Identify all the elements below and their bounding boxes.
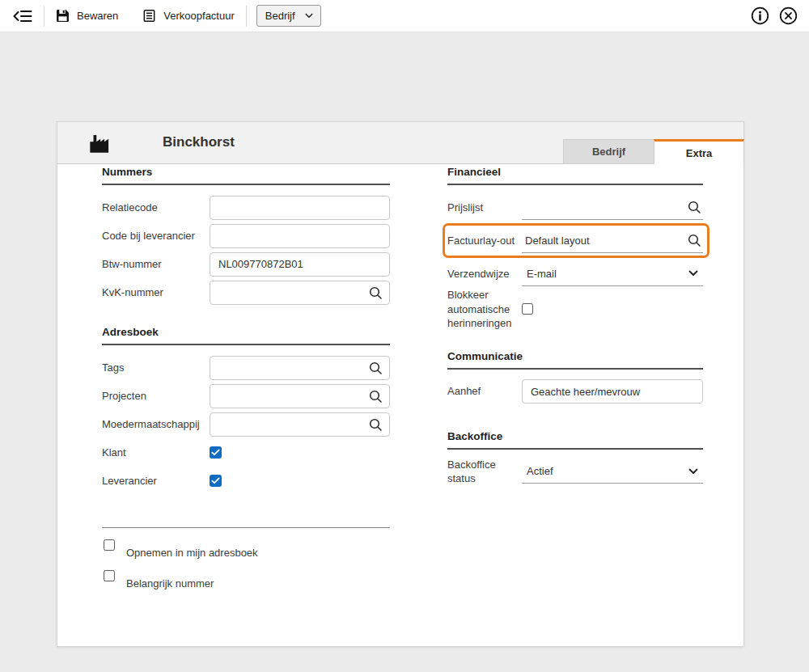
sales-invoice-button[interactable]: Verkoopfactuur [138,6,239,26]
panel-header: Binckhorst Bedrijf Extra [57,122,743,164]
save-button[interactable]: Bewaren [51,6,123,26]
blokkeer-herinneringen-checkbox[interactable] [522,303,533,315]
toolbar: Bewaren Verkoopfactuur Bedrijf [0,0,809,32]
backoffice-status-value: Actief [527,465,688,477]
relatiecode-label: Relatiecode [102,201,210,215]
code-leverancier-input[interactable] [210,224,390,248]
search-icon[interactable] [687,200,701,214]
field-row-relatiecode: Relatiecode [102,193,390,222]
field-row-prijslijst: Prijslijst [447,193,703,222]
verzendwijze-value: E-mail [527,268,688,280]
field-row-aanhef: Aanhef [447,378,703,406]
info-button[interactable] [749,5,771,27]
factuurlayout-field[interactable] [522,229,703,253]
backoffice-status-label: Backoffice status [447,458,522,486]
field-row-tags: Tags [102,353,390,382]
projecten-label: Projecten [102,389,210,404]
opnemen-adresboek-checkbox[interactable] [104,539,115,551]
code-leverancier-label: Code bij leverancier [102,229,210,243]
save-label: Bewaren [77,10,118,22]
aanhef-input[interactable] [522,379,703,404]
search-icon[interactable] [368,285,383,300]
tab-bedrijf[interactable]: Bedrijf [563,139,654,164]
tags-input[interactable] [218,361,368,374]
invoice-icon [142,9,156,23]
factuurlayout-input[interactable] [525,235,687,247]
factuurlayout-highlight: Factuurlay-out [443,223,709,258]
blokkeer-herinneringen-label: Blokkeer automatische herinneringen [447,288,522,331]
field-row-leverancier: Leverancier [102,467,390,495]
moedermaatschappij-input[interactable] [218,418,368,430]
field-row-factuurlayout: Factuurlay-out [447,226,703,255]
toolbar-divider [44,6,44,27]
leverancier-checkbox[interactable] [210,475,222,487]
klant-label: Klant [102,446,210,460]
verzendwijze-select[interactable]: E-mail [522,262,703,286]
search-icon[interactable] [368,361,383,375]
tab-extra[interactable]: Extra [654,139,744,164]
belangrijk-row: Belangrijk nummer [102,568,390,590]
left-column: Nummers Relatiecode Code bij leverancier… [102,166,390,590]
collapse-menu-button[interactable] [8,6,37,27]
opnemen-adresboek-label: Opnemen in mijn adresboek [126,538,258,559]
field-row-backoffice-status: Backoffice status Actief [447,458,703,486]
field-row-btw-nummer: Btw-nummer [102,250,390,278]
field-row-kvk-nummer: KvK-nummer [102,278,390,306]
prijslijst-label: Prijslijst [447,201,522,215]
section-title-backoffice: Backoffice [447,430,703,450]
sales-invoice-label: Verkoopfactuur [163,10,234,22]
search-icon[interactable] [687,233,701,247]
company-select-value: Bedrijf [265,10,295,22]
field-row-klant: Klant [102,438,390,467]
kvk-nummer-field[interactable] [210,281,390,305]
chevron-down-icon [305,13,313,19]
close-icon [779,6,798,25]
belangrijk-nummer-label: Belangrijk nummer [126,568,214,590]
close-button[interactable] [777,5,799,27]
opnemen-row: Opnemen in mijn adresboek [102,538,390,559]
panel-title: Binckhorst [163,134,235,150]
info-icon [751,6,769,25]
search-icon[interactable] [368,417,383,432]
search-icon[interactable] [368,389,383,404]
checkmark-icon [211,449,220,456]
relatiecode-input[interactable] [210,196,390,220]
section-title-nummers: Nummers [102,166,390,185]
prijslijst-input[interactable] [525,201,687,213]
belangrijk-nummer-checkbox[interactable] [104,570,115,581]
backoffice-status-select[interactable]: Actief [522,459,703,484]
factuurlayout-label: Factuurlay-out [447,234,522,248]
section-title-adresboek: Adresboek [102,326,390,345]
tags-field[interactable] [210,356,390,380]
field-row-blokkeer: Blokkeer automatische herinneringen [447,288,703,331]
checkmark-icon [211,477,220,484]
klant-checkbox[interactable] [210,446,222,459]
projecten-field[interactable] [210,384,390,408]
factory-icon [88,133,111,157]
btw-nummer-input[interactable] [210,252,390,277]
aanhef-label: Aanhef [447,384,522,399]
leverancier-label: Leverancier [102,474,210,488]
verzendwijze-label: Verzendwijze [447,267,522,281]
save-icon [56,9,70,23]
toolbar-divider [246,6,247,27]
tags-label: Tags [102,361,210,375]
section-title-financieel: Financieel [447,166,703,185]
prijslijst-field[interactable] [522,196,703,220]
kvk-nummer-input[interactable] [218,286,368,298]
projecten-input[interactable] [218,390,368,402]
field-row-moedermaatschappij: Moedermaatschappij [102,410,390,438]
collapse-menu-icon [13,9,32,23]
field-row-code-leverancier: Code bij leverancier [102,222,390,250]
chevron-down-icon [688,270,698,277]
field-row-projecten: Projecten [102,382,390,410]
kvk-nummer-label: KvK-nummer [102,285,210,300]
moedermaatschappij-field[interactable] [210,412,390,437]
chevron-down-icon [688,468,698,475]
right-column: Financieel Prijslijst Factuurlay-out [447,166,703,486]
app-window: Bewaren Verkoopfactuur Bedrijf [0,0,809,672]
field-row-verzendwijze: Verzendwijze E-mail [447,260,703,288]
section-title-communicatie: Communicatie [447,350,703,370]
company-select[interactable]: Bedrijf [256,5,321,27]
section-divider [102,527,390,528]
